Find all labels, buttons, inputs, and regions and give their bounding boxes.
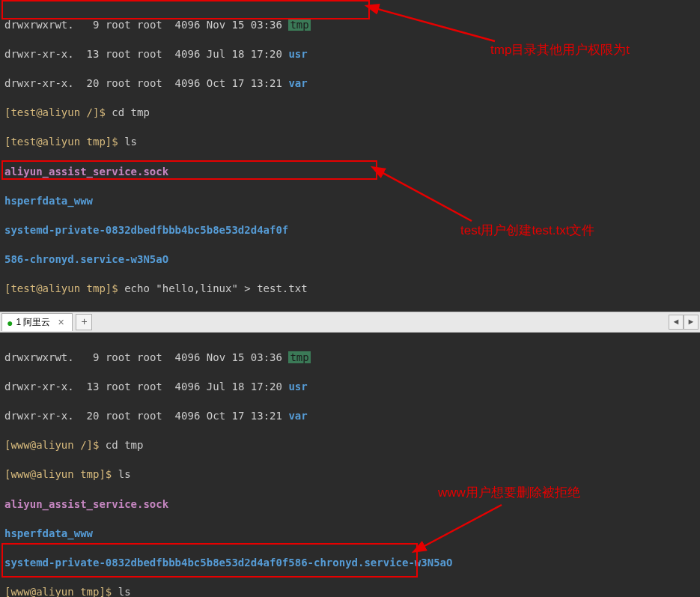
file-systemd: systemd-private-0832dbedfbbb4bc5b8e53d2d…: [4, 556, 696, 571]
terminal-top[interactable]: drwxrwxrwt. 9 root root 4096 Nov 15 03:3…: [0, 0, 700, 312]
tab-session[interactable]: ● 1 阿里云 ✕: [1, 313, 73, 331]
file-hsperf: hsperfdata_www: [4, 527, 696, 542]
close-icon[interactable]: ✕: [58, 318, 64, 327]
prompt-line: [www@aliyun tmp]$ ls: [4, 467, 696, 482]
ls-row: drwxrwxrwt. 9 root root 4096 Nov 15 03:3…: [4, 18, 696, 33]
file-systemd: 586-chronyd.service-w3N5aO: [4, 252, 696, 267]
terminal-bottom[interactable]: drwxrwxrwt. 9 root root 4096 Nov 15 03:3…: [0, 333, 700, 597]
file-sock: aliyun_assist_service.sock: [4, 497, 696, 512]
annotation-text: test用户创建test.txt文件: [460, 222, 594, 240]
prompt-line: [test@aliyun tmp]$ echo "hello,linux" > …: [4, 282, 696, 297]
scroll-left-icon[interactable]: ◄: [669, 315, 684, 330]
prompt-line: [test@aliyun /]$ cd tmp: [4, 106, 696, 121]
prompt-line: [www@aliyun tmp]$ ls: [4, 585, 696, 597]
ls-row: drwxr-xr-x. 13 root root 4096 Jul 18 17:…: [4, 380, 696, 395]
highlight-box-tmp: [1, 0, 370, 19]
scroll-right-icon[interactable]: ►: [684, 315, 699, 330]
prompt-line: [test@aliyun tmp]$ ls: [4, 135, 696, 150]
annotation-text: www用户想要删除被拒绝: [438, 484, 580, 502]
tab-label: 1 阿里云: [16, 316, 50, 329]
ls-row: drwxr-xr-x. 20 root root 4096 Oct 17 13:…: [4, 409, 696, 424]
annotation-text: tmp目录其他用户权限为t: [490, 41, 630, 59]
file-hsperf: hsperfdata_www: [4, 194, 696, 209]
prompt-line: [www@aliyun /]$ cd tmp: [4, 438, 696, 453]
file-sock: aliyun_assist_service.sock: [4, 165, 696, 180]
status-dot-icon: ●: [7, 318, 13, 328]
ls-row: drwxr-xr-x. 20 root root 4096 Oct 17 13:…: [4, 76, 696, 91]
tab-bar: ● 1 阿里云 ✕ + ◄ ►: [0, 312, 700, 333]
ls-row: drwxrwxrwt. 9 root root 4096 Nov 15 03:3…: [4, 351, 696, 366]
new-tab-button[interactable]: +: [76, 314, 92, 330]
